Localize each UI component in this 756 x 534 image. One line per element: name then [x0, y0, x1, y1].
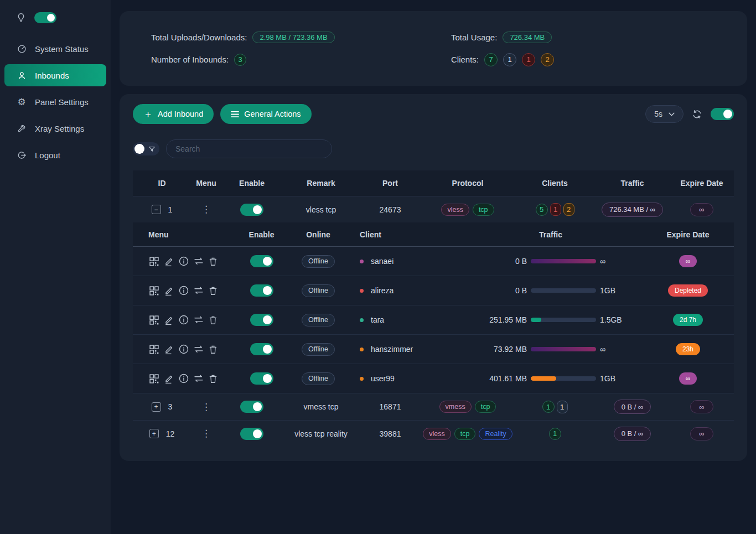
sidebar-item-panel-settings[interactable]: ⚙ Panel Settings — [0, 89, 111, 115]
client-expire-badge: 2d 7h — [673, 314, 703, 326]
edit-icon[interactable] — [164, 315, 174, 325]
subheader-expire-date: Expire Date — [642, 230, 734, 239]
online-status-badge: Offline — [302, 255, 335, 268]
traffic-bar-fill — [531, 347, 596, 351]
qr-code-icon[interactable] — [148, 285, 160, 297]
gear-icon: ⚙ — [17, 97, 27, 107]
reset-traffic-icon[interactable] — [193, 286, 204, 295]
clients-badge-gray: 1 — [503, 53, 516, 66]
header-expire-date: Expire Date — [670, 179, 734, 188]
delete-icon[interactable] — [208, 374, 218, 384]
theme-toggle[interactable] — [34, 12, 56, 23]
subheader-online: Online — [296, 230, 340, 239]
sidebar-item-label: System Status — [35, 44, 89, 54]
inbound-port: 39881 — [360, 429, 421, 438]
subheader-client: Client — [340, 230, 459, 239]
add-inbound-label: Add Inbound — [158, 110, 203, 118]
row-menu-icon[interactable]: ⋮ — [201, 428, 211, 439]
inbound-enable-toggle[interactable] — [240, 204, 263, 216]
client-enable-toggle[interactable] — [250, 372, 273, 385]
info-icon[interactable] — [178, 256, 189, 267]
traffic-bar — [531, 376, 596, 381]
delete-icon[interactable] — [208, 315, 218, 325]
client-row: Offline user99 401.61 MB 1GB ∞ — [133, 364, 734, 393]
edit-icon[interactable] — [164, 344, 174, 355]
row-menu-icon[interactable]: ⋮ — [201, 401, 211, 413]
client-enable-toggle[interactable] — [250, 343, 273, 355]
sidebar-item-inbounds[interactable]: Inbounds — [4, 64, 106, 86]
edit-icon[interactable] — [164, 256, 174, 267]
subheader-menu: Menu — [133, 230, 227, 239]
qr-code-icon[interactable] — [148, 314, 160, 326]
delete-icon[interactable] — [208, 286, 218, 296]
traffic-badge: 0 B / ∞ — [614, 427, 651, 441]
client-status-dot — [360, 348, 364, 351]
reset-traffic-icon[interactable] — [193, 256, 204, 266]
client-enable-toggle[interactable] — [250, 314, 273, 326]
client-enable-toggle[interactable] — [250, 284, 273, 297]
delete-icon[interactable] — [208, 256, 218, 267]
sidebar-item-system-status[interactable]: System Status — [0, 35, 111, 62]
inbounds-count-label: Number of Inbounds: — [151, 55, 229, 64]
qr-code-icon[interactable] — [148, 256, 160, 267]
sidebar-item-label: Logout — [35, 151, 60, 160]
clients-count-badge: 1 — [557, 401, 568, 413]
sidebar-item-label: Inbounds — [35, 71, 69, 80]
traffic-bar-fill — [531, 259, 596, 263]
usage-value-badge: 726.34 MB — [503, 32, 552, 43]
refresh-interval-select[interactable]: 5s — [645, 105, 683, 123]
hamburger-icon — [231, 111, 239, 118]
sidebar-item-logout[interactable]: Logout — [0, 142, 111, 168]
delete-icon[interactable] — [208, 344, 218, 355]
refresh-interval-value: 5s — [654, 110, 662, 118]
traffic-bar — [531, 259, 596, 263]
info-icon[interactable] — [178, 344, 189, 355]
clients-badge-depleted: 1 — [522, 53, 535, 66]
uploads-label: Total Uploads/Downloads: — [151, 33, 247, 42]
traffic-limit: ∞ — [600, 345, 622, 354]
add-inbound-button[interactable]: ＋ Add Inbound — [133, 104, 214, 124]
qr-code-icon[interactable] — [148, 344, 160, 355]
general-actions-button[interactable]: General Actions — [220, 104, 311, 124]
protocol-tag: tcp — [473, 204, 494, 216]
refresh-icon[interactable] — [692, 109, 702, 120]
client-name: tara — [371, 315, 384, 324]
stats-clients-row: Clients: 7 1 1 2 — [451, 53, 554, 66]
info-icon[interactable] — [178, 285, 189, 296]
reset-traffic-icon[interactable] — [193, 344, 204, 354]
client-expire-badge: ∞ — [679, 255, 697, 267]
table-header: ID Menu Enable Remark Port Protocol Clie… — [133, 170, 734, 196]
inbound-enable-toggle[interactable] — [240, 401, 263, 413]
client-status-dot — [360, 260, 364, 263]
auto-refresh-toggle[interactable] — [711, 108, 734, 120]
qr-code-icon[interactable] — [148, 373, 160, 385]
table-row: + 12 ⋮ vless tcp reality 39881 vless tcp… — [133, 420, 734, 447]
inbound-enable-toggle[interactable] — [240, 428, 263, 440]
search-row — [133, 139, 734, 158]
traffic-limit: ∞ — [600, 257, 622, 266]
edit-icon[interactable] — [164, 286, 174, 296]
expand-row-button[interactable]: + — [149, 429, 159, 438]
subheader-traffic: Traffic — [459, 230, 642, 239]
traffic-used: 251.95 MB — [479, 315, 527, 324]
reset-traffic-icon[interactable] — [193, 315, 204, 325]
uploads-value-badge: 2.98 MB / 723.36 MB — [252, 32, 334, 43]
logout-icon — [17, 150, 27, 160]
sidebar-item-xray-settings[interactable]: Xray Settings — [0, 115, 111, 142]
info-icon[interactable] — [178, 373, 189, 384]
filter-toggle[interactable] — [133, 142, 159, 155]
inbounds-count-badge: 3 — [234, 54, 246, 66]
online-status-badge: Offline — [302, 284, 335, 297]
client-enable-toggle[interactable] — [250, 255, 273, 267]
row-menu-icon[interactable]: ⋮ — [201, 204, 211, 215]
edit-icon[interactable] — [164, 374, 174, 384]
reset-traffic-icon[interactable] — [193, 374, 204, 383]
client-name: sanaei — [371, 257, 393, 266]
collapse-row-button[interactable]: − — [152, 205, 161, 214]
clients-count-badge: 2 — [563, 203, 574, 216]
bulb-icon — [17, 13, 25, 23]
info-icon[interactable] — [178, 314, 189, 325]
expand-row-button[interactable]: + — [152, 402, 161, 412]
toggle-knob — [253, 205, 262, 214]
search-input[interactable] — [166, 139, 332, 158]
